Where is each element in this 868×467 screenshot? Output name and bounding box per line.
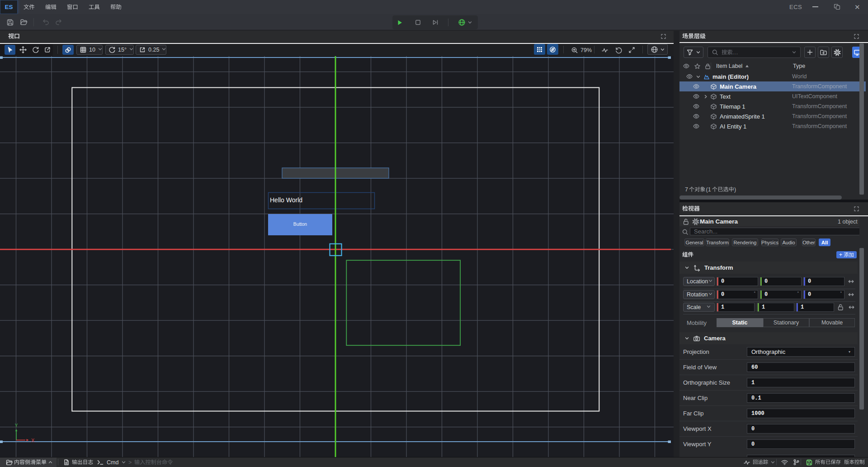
svg-text:X: X <box>31 438 35 443</box>
svg-text:Hello World: Hello World <box>270 196 302 204</box>
svg-text:Y: Y <box>15 423 18 428</box>
svg-text:Button: Button <box>293 221 307 227</box>
